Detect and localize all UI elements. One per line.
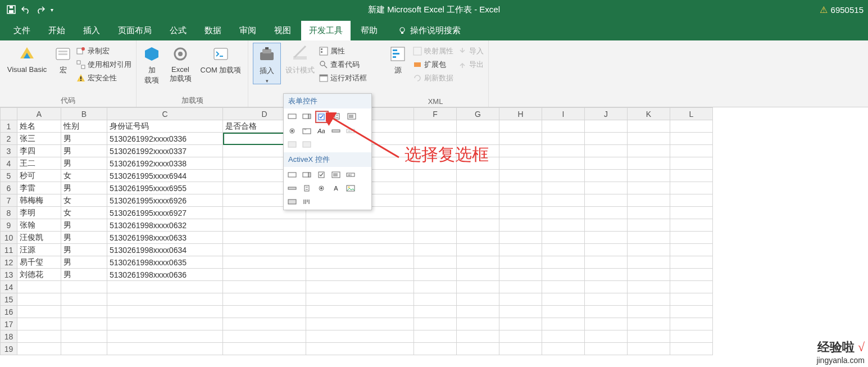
cell-I18[interactable] <box>542 330 585 343</box>
cell-A16[interactable] <box>17 306 61 318</box>
cell-B14[interactable] <box>61 281 107 293</box>
cell-I11[interactable] <box>542 244 585 256</box>
cell-H2[interactable] <box>499 133 542 145</box>
select-all-corner[interactable] <box>1 108 17 120</box>
tab-layout[interactable]: 页面布局 <box>110 21 160 40</box>
cell-C11[interactable]: 5130261998xxxx0634 <box>107 244 223 256</box>
cell-C15[interactable] <box>107 293 223 306</box>
cell-F18[interactable] <box>414 330 457 343</box>
cell-J5[interactable] <box>585 170 628 182</box>
cell-F5[interactable] <box>414 170 457 182</box>
tab-file[interactable]: 文件 <box>6 21 38 40</box>
cell-G13[interactable] <box>457 269 499 281</box>
row-header-6[interactable]: 6 <box>1 182 17 194</box>
cell-J13[interactable] <box>585 269 628 281</box>
cell-K17[interactable] <box>628 318 670 330</box>
cell-A5[interactable]: 秒可 <box>17 170 61 182</box>
cell-D13[interactable] <box>223 269 306 281</box>
cell-G12[interactable] <box>457 256 499 269</box>
cell-K7[interactable] <box>628 194 670 207</box>
cell-K4[interactable] <box>628 157 670 170</box>
cell-H17[interactable] <box>499 318 542 330</box>
form-combobox-icon[interactable] <box>301 111 313 122</box>
cell-A1[interactable]: 姓名 <box>17 120 61 133</box>
cell-J18[interactable] <box>585 330 628 343</box>
cell-C16[interactable] <box>107 306 223 318</box>
cell-K11[interactable] <box>628 244 670 256</box>
save-icon[interactable] <box>7 5 16 14</box>
excel-addins-button[interactable]: Excel 加载项 <box>167 43 194 84</box>
cell-L6[interactable] <box>670 182 713 194</box>
cell-B17[interactable] <box>61 318 107 330</box>
cell-A11[interactable]: 汪源 <box>17 244 61 256</box>
cell-J11[interactable] <box>585 244 628 256</box>
row-header-17[interactable]: 17 <box>1 318 17 330</box>
ax-checkbox-icon[interactable] <box>315 169 328 180</box>
cell-I8[interactable] <box>542 207 585 219</box>
row-header-10[interactable]: 10 <box>1 232 17 244</box>
cell-J9[interactable] <box>585 219 628 232</box>
cell-D9[interactable] <box>223 219 306 232</box>
cell-L15[interactable] <box>670 293 713 306</box>
cell-A8[interactable]: 李明 <box>17 207 61 219</box>
row-header-15[interactable]: 15 <box>1 293 17 306</box>
map-props-button[interactable]: 映射属性 <box>413 45 453 57</box>
cell-B11[interactable]: 男 <box>61 244 107 256</box>
cell-I17[interactable] <box>542 318 585 330</box>
source-button[interactable]: 源 <box>387 43 408 75</box>
cell-F16[interactable] <box>414 306 457 318</box>
cell-C13[interactable]: 5130261998xxxx0636 <box>107 269 223 281</box>
cell-F13[interactable] <box>414 269 457 281</box>
cell-J19[interactable] <box>585 343 628 355</box>
col-header-C[interactable]: C <box>107 108 223 120</box>
row-header-1[interactable]: 1 <box>1 120 17 133</box>
row-header-3[interactable]: 3 <box>1 145 17 157</box>
cell-F1[interactable] <box>414 120 457 133</box>
cell-I15[interactable] <box>542 293 585 306</box>
cell-E16[interactable] <box>306 306 414 318</box>
ax-toggle-icon[interactable] <box>286 196 298 207</box>
cell-K2[interactable] <box>628 133 670 145</box>
cell-A13[interactable]: 刘德花 <box>17 269 61 281</box>
form-textfield-icon[interactable]: ab| <box>344 125 357 137</box>
cell-I16[interactable] <box>542 306 585 318</box>
ax-label-icon[interactable]: A <box>330 183 342 194</box>
cell-I3[interactable] <box>542 145 585 157</box>
view-code-button[interactable]: 查看代码 <box>319 58 367 71</box>
cell-G7[interactable] <box>457 194 499 207</box>
cell-I13[interactable] <box>542 269 585 281</box>
cell-J4[interactable] <box>585 157 628 170</box>
cell-A2[interactable]: 张三 <box>17 133 61 145</box>
row-header-9[interactable]: 9 <box>1 219 17 232</box>
cell-G5[interactable] <box>457 170 499 182</box>
cell-J15[interactable] <box>585 293 628 306</box>
cell-J16[interactable] <box>585 306 628 318</box>
cell-G18[interactable] <box>457 330 499 343</box>
cell-C8[interactable]: 5130261995xxxx6927 <box>107 207 223 219</box>
cell-A7[interactable]: 韩梅梅 <box>17 194 61 207</box>
cell-H6[interactable] <box>499 182 542 194</box>
cell-K18[interactable] <box>628 330 670 343</box>
cell-B16[interactable] <box>61 306 107 318</box>
row-header-12[interactable]: 12 <box>1 256 17 269</box>
cell-K9[interactable] <box>628 219 670 232</box>
form-spinner-icon[interactable] <box>331 111 343 122</box>
cell-I10[interactable] <box>542 232 585 244</box>
cell-H14[interactable] <box>499 281 542 293</box>
run-dialog-button[interactable]: 运行对话框 <box>319 72 367 84</box>
cell-J6[interactable] <box>585 182 628 194</box>
ax-more-icon[interactable] <box>301 196 313 207</box>
cell-C12[interactable]: 5130261998xxxx0635 <box>107 256 223 269</box>
cell-J3[interactable] <box>585 145 628 157</box>
cell-B18[interactable] <box>61 330 107 343</box>
cell-F6[interactable] <box>414 182 457 194</box>
cell-E11[interactable] <box>306 244 414 256</box>
cell-K16[interactable] <box>628 306 670 318</box>
cell-F14[interactable] <box>414 281 457 293</box>
cell-G16[interactable] <box>457 306 499 318</box>
cell-B10[interactable]: 男 <box>61 232 107 244</box>
cell-B9[interactable]: 男 <box>61 219 107 232</box>
ax-image-icon[interactable] <box>344 183 357 194</box>
cell-F12[interactable] <box>414 256 457 269</box>
cell-C9[interactable]: 5130261998xxxx0632 <box>107 219 223 232</box>
